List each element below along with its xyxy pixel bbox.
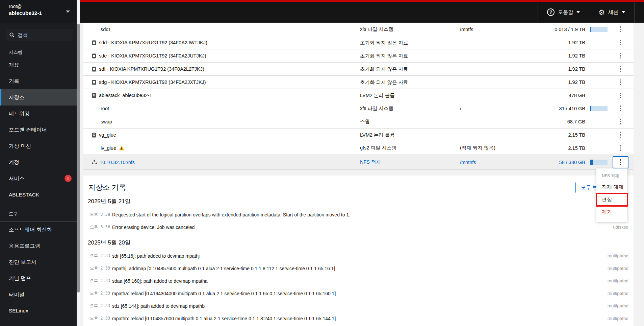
- table-row[interactable]: lv_glue gfs2 파일 시스템 (적재 되지 않음) 2.15 TB: [83, 141, 634, 155]
- device-size: 31 / 410 GB: [536, 106, 585, 111]
- log-message: sdaa [65:160]: path added to devmap mpat…: [111, 278, 608, 284]
- table-row[interactable]: sdd - KIOXIA KPM7XRUG1T92 (34F0A2JWTJKJ)…: [83, 36, 634, 49]
- kebab-menu-button[interactable]: [615, 116, 627, 127]
- device-name-cell: sde - KIOXIA KPM7XRUG1T92 (34F0A2JUTJKJ): [83, 53, 360, 59]
- device-type: 초기화 되지 않은 자료: [360, 79, 460, 86]
- device-name: 10.10.32.10:/nfs: [100, 160, 135, 165]
- mount-point: /mntnfs: [460, 160, 536, 165]
- warning-icon: [119, 146, 124, 150]
- table-row[interactable]: sdc1 xfs 파일 시스템 /mntfs 0.013 / 1.9 TB: [83, 23, 634, 36]
- sidebar-item[interactable]: 저장소: [0, 89, 77, 106]
- device-size: 58 / 380 GB: [536, 160, 585, 165]
- device-size: 478 GB: [536, 93, 585, 98]
- sidebar-item[interactable]: 진단 보고서: [0, 254, 77, 270]
- device-size: 0.013 / 1.9 TB: [536, 27, 585, 32]
- log-date-header: 2025년 5월 21일: [88, 197, 629, 205]
- kebab-menu-button[interactable]: [615, 63, 627, 75]
- disk-icon: [92, 40, 96, 45]
- table-row[interactable]: ablestack_ablecube32-1 LVM2 논리 볼륨 478 GB: [83, 89, 634, 102]
- log-entry[interactable]: 오후 2:33 mpatha: reload [0 4194304000 mul…: [88, 287, 629, 300]
- device-name-cell: swap: [83, 119, 360, 124]
- sidebar-item[interactable]: SELinux: [0, 303, 77, 319]
- log-entry[interactable]: 오후 2:33 mpathj: addmap [0 104857600 mult…: [88, 262, 629, 275]
- sidebar-item[interactable]: 서비스 !: [0, 170, 77, 187]
- log-time: 오후 2:33: [90, 265, 111, 271]
- table-row[interactable]: sde - KIOXIA KPM7XRUG1T92 (34F0A2JUTJKJ)…: [83, 49, 634, 62]
- sidebar-nav: 시스템 개요 기록: [0, 41, 77, 319]
- storage-logs-panel: 저장소 기록 모두 보기 2025년 5월 21일 오후 3:58 Reques…: [83, 176, 634, 326]
- log-entry[interactable]: 오후 3:36 Error erasing device: Job was ca…: [88, 221, 629, 233]
- sidebar-scrollbar-thumb[interactable]: [77, 24, 80, 293]
- device-name: root: [101, 106, 109, 111]
- context-menu-header: NFS 적재: [596, 170, 627, 181]
- sidebar-item-label: 서비스: [9, 175, 25, 182]
- host-switcher[interactable]: root@ ablecube32-1: [0, 0, 77, 23]
- log-entry[interactable]: 오후 2:33 sdr [65:16]: path added to devma…: [88, 250, 629, 262]
- device-name-cell: sdf - KIOXIA KPM7XRUG1T92 (34F0A2L2TJKJ): [83, 66, 360, 72]
- sidebar-item-label: 기록: [9, 78, 19, 85]
- sidebar-item[interactable]: 개요: [0, 57, 77, 73]
- kebab-menu-button[interactable]: [615, 103, 627, 114]
- device-type: LVM2 논리 볼륨: [360, 132, 460, 138]
- sidebar-item[interactable]: 계정: [0, 154, 77, 170]
- session-menu-button[interactable]: ⚙ 세션: [589, 0, 635, 23]
- help-menu-button[interactable]: ? 도움말: [538, 0, 589, 23]
- table-row[interactable]: vg_glue LVM2 논리 볼륨 2.15 TB: [83, 128, 634, 141]
- context-menu-item[interactable]: 적재 해제: [596, 181, 627, 193]
- device-size: 1.92 TB: [536, 79, 585, 85]
- sidebar-item[interactable]: 커널 덤프: [0, 270, 77, 286]
- kebab-menu-button[interactable]: [615, 90, 627, 101]
- log-entry[interactable]: 오후 2:33 sdaa [65:160]: path added to dev…: [88, 275, 629, 287]
- sidebar-item[interactable]: 소프트웨어 최신화: [0, 222, 77, 238]
- table-row[interactable]: swap 스왑 68.7 GB: [83, 115, 634, 128]
- kebab-menu-button[interactable]: [615, 50, 627, 62]
- user-label: root@: [9, 4, 77, 9]
- sidebar-item[interactable]: 네트워킹: [0, 106, 77, 122]
- table-row[interactable]: 10.10.32.10:/nfs NFS 적재 /mntnfs 58 / 380…: [83, 155, 634, 169]
- chevron-down-icon: [622, 11, 625, 13]
- sidebar-item[interactable]: 기록: [0, 73, 77, 89]
- device-type: 초기화 되지 않은 자료: [360, 40, 460, 46]
- log-entry[interactable]: 오후 3:58 Requested start of the logical p…: [88, 208, 629, 221]
- kebab-menu-button[interactable]: [615, 129, 627, 141]
- device-name-cell: sdd - KIOXIA KPM7XRUG1T92 (34F0A2JWTJKJ): [83, 40, 360, 45]
- log-entry[interactable]: 오후 2:33 sdz [65:144]: path added to devm…: [88, 300, 629, 312]
- log-message: Error erasing device: Job was canceled: [111, 225, 613, 230]
- sidebar-item[interactable]: 가상 머신: [0, 138, 77, 154]
- sidebar-item-label: 네트워킹: [9, 110, 30, 117]
- sidebar: root@ ablecube32-1 시스템 개요: [0, 0, 77, 326]
- sidebar-search[interactable]: [6, 29, 73, 41]
- kebab-menu-button[interactable]: [615, 142, 627, 154]
- mount-point: (적재 되지 않음): [460, 145, 536, 151]
- sidebar-item-label: 커널 덤프: [9, 275, 31, 282]
- table-row[interactable]: sdg - KIOXIA KPM7XRUG1T92 (34F0A2JXTJKJ)…: [83, 75, 634, 89]
- context-menu-item[interactable]: 편집: [596, 193, 627, 206]
- table-row[interactable]: root xfs 파일 시스템 / 31 / 410 GB: [83, 102, 634, 115]
- sidebar-item-label: 포드맨 컨테이너: [9, 126, 47, 134]
- device-name-cell: root: [83, 106, 360, 111]
- table-row[interactable]: sdf - KIOXIA KPM7XRUG1T92 (34F0A2L2TJKJ)…: [83, 62, 634, 75]
- sidebar-item[interactable]: 포드맨 컨테이너: [0, 122, 77, 138]
- log-date-header: 2025년 5월 20일: [88, 239, 629, 247]
- device-type: xfs 파일 시스템: [360, 105, 460, 112]
- log-entry[interactable]: 오후 2:33 mpathb: reload [0 104857600 mult…: [88, 312, 629, 325]
- row-actions-cell: [608, 142, 634, 154]
- kebab-menu-button[interactable]: [613, 156, 628, 168]
- volume-group-icon: [92, 93, 96, 98]
- kebab-menu-button[interactable]: [615, 24, 627, 35]
- sidebar-item[interactable]: ABLESTACK: [0, 187, 77, 203]
- context-menu-item[interactable]: 제거: [596, 206, 627, 218]
- device-name-cell: ablestack_ablecube32-1: [83, 93, 360, 98]
- search-input[interactable]: [18, 32, 70, 38]
- log-group: 2025년 5월 21일 오후 3:58 Requested start of …: [88, 197, 629, 233]
- device-size: 68.7 GB: [536, 119, 585, 124]
- usage-bar-fill: [590, 160, 593, 165]
- row-context-menu: NFS 적재 적재 해제 편집 제거: [596, 168, 627, 222]
- log-message: mpathb: reload [0 104857600 multipath 0 …: [111, 316, 608, 321]
- sidebar-item-label: ABLESTACK: [9, 192, 39, 198]
- sidebar-item[interactable]: 터미널: [0, 286, 77, 303]
- sidebar-item[interactable]: 응용프로그램: [0, 238, 77, 254]
- kebab-menu-button[interactable]: [615, 37, 627, 48]
- sidebar-scrollbar[interactable]: [77, 0, 80, 326]
- kebab-menu-button[interactable]: [615, 76, 627, 88]
